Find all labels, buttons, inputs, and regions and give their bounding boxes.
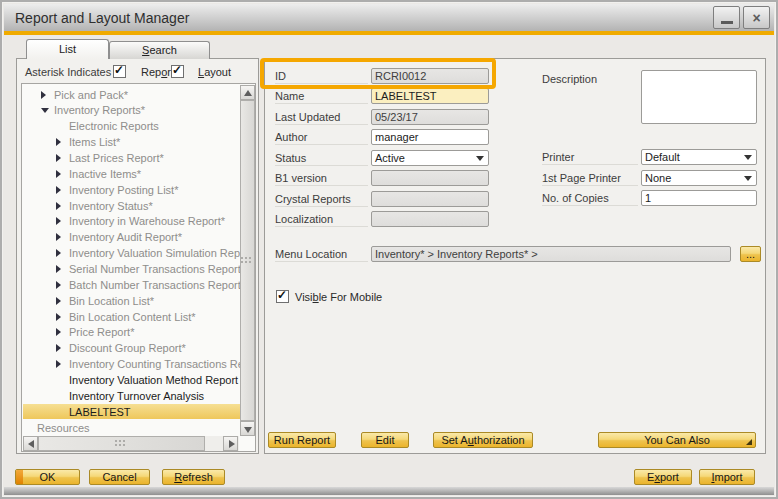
tree-item-selected[interactable]: LABELTEST	[23, 404, 240, 419]
status-field[interactable]: Active	[371, 150, 489, 166]
tree-item[interactable]: Inventory Valuation Method Report	[23, 372, 240, 387]
tree-item-label: Electronic Reports	[69, 120, 159, 132]
tree-item[interactable]: Inactive Items*	[23, 166, 240, 181]
tree-item[interactable]: Price Report*	[23, 325, 240, 340]
expanded-arrow-icon[interactable]	[41, 108, 54, 113]
tree-item-label: Inventory Valuation Simulation Report*	[69, 247, 240, 259]
arrow-down-icon	[244, 427, 252, 433]
name-value: LABELTEST	[375, 90, 437, 102]
name-label: Name	[275, 89, 368, 104]
tree-item[interactable]: Discount Group Report*	[23, 341, 240, 356]
layout-checkbox[interactable]: ✓	[171, 65, 184, 78]
printer-field[interactable]: Default	[641, 149, 757, 165]
tree-item[interactable]: Inventory in Warehouse Report*	[23, 214, 240, 229]
grip-dots	[119, 440, 121, 442]
tree-item-label: Inventory Turnover Analysis	[69, 390, 204, 402]
1st-page-printer-field[interactable]: None	[641, 170, 757, 186]
tree-item-label: Inventory Counting Transactions Report*	[69, 358, 240, 370]
tree-item[interactable]: Electronic Reports	[23, 119, 240, 134]
tab-list[interactable]: List	[26, 39, 109, 59]
close-button[interactable]: ×	[743, 6, 770, 29]
menu-location-browse-button[interactable]: ...	[740, 246, 761, 262]
tree-item-label: Inventory Valuation Method Report	[69, 374, 238, 386]
edit-button[interactable]: Edit	[361, 432, 409, 448]
tree-item[interactable]: Last Prices Report*	[23, 150, 240, 165]
report-checkbox[interactable]: ✓	[113, 65, 126, 78]
scroll-up-button[interactable]	[240, 85, 255, 100]
set-authorization-button[interactable]: Set Authorization	[433, 432, 533, 448]
minimize-button[interactable]	[713, 6, 740, 29]
name-field[interactable]: LABELTEST	[371, 88, 489, 104]
visible-for-mobile-label: Visible For Mobile	[295, 291, 382, 303]
collapsed-arrow-icon[interactable]	[56, 202, 69, 210]
vertical-scrollbar-thumb[interactable]	[240, 100, 255, 421]
collapsed-arrow-icon[interactable]	[56, 281, 69, 289]
tree-item[interactable]: Inventory Posting List*	[23, 182, 240, 197]
asterisk-indicates-label: Asterisk Indicates	[25, 66, 111, 78]
tree-item[interactable]: Inventory Status*	[23, 198, 240, 213]
checkmark-icon: ✓	[172, 63, 182, 77]
import-button[interactable]: Import	[699, 469, 755, 485]
scroll-down-button[interactable]	[240, 421, 255, 436]
b1-version-field	[371, 170, 489, 186]
arrow-right-icon	[229, 440, 235, 448]
description-input[interactable]	[641, 70, 757, 124]
tree-item[interactable]: Inventory Valuation Simulation Report*	[23, 246, 240, 261]
collapsed-arrow-icon[interactable]	[56, 297, 69, 305]
tree-item-label: Resources	[37, 422, 90, 434]
collapsed-arrow-icon[interactable]	[56, 313, 69, 321]
accent-stripe	[4, 31, 774, 35]
tree-item-label: Last Prices Report*	[69, 152, 164, 164]
tree-item-label: Inventory Posting List*	[69, 184, 178, 196]
tree-item-label: Inventory in Warehouse Report*	[69, 215, 225, 227]
scroll-right-button[interactable]	[223, 436, 238, 451]
tree-item-label: Inventory Status*	[69, 200, 153, 212]
collapsed-arrow-icon[interactable]	[56, 328, 69, 336]
tree-item[interactable]: Resources	[23, 420, 240, 435]
tree-item-label: Serial Number Transactions Report*	[69, 263, 240, 275]
last-updated-field: 05/23/17	[371, 109, 489, 125]
horizontal-scrollbar-thumb[interactable]	[38, 436, 205, 451]
tree-item[interactable]: Bin Location List*	[23, 293, 240, 308]
menu-location-value: Inventory* > Inventory Reports* >	[375, 248, 538, 260]
tree-item[interactable]: Inventory Turnover Analysis	[23, 388, 240, 403]
tree-item[interactable]: Batch Number Transactions Report*	[23, 277, 240, 292]
collapsed-arrow-icon[interactable]	[56, 344, 69, 352]
run-report-button[interactable]: Run Report	[268, 432, 336, 448]
scroll-left-button[interactable]	[23, 436, 38, 451]
tree-item[interactable]: Items List*	[23, 135, 240, 150]
export-button[interactable]: Export	[634, 469, 692, 485]
visible-for-mobile-checkbox[interactable]: ✓	[276, 290, 289, 303]
collapsed-arrow-icon[interactable]	[56, 360, 69, 368]
grip-dots	[245, 257, 247, 259]
collapsed-arrow-icon[interactable]	[56, 170, 69, 178]
tree-item[interactable]: Serial Number Transactions Report*	[23, 261, 240, 276]
collapsed-arrow-icon[interactable]	[56, 154, 69, 162]
id-label: ID	[275, 69, 368, 84]
tree-item[interactable]: Pick and Pack*	[23, 87, 240, 102]
tab-search[interactable]: Search	[109, 41, 210, 59]
refresh-button[interactable]: Refresh	[162, 469, 225, 485]
cancel-button[interactable]: Cancel	[89, 469, 150, 485]
author-field[interactable]: manager	[371, 129, 489, 145]
ok-button[interactable]: OK	[15, 469, 80, 485]
collapsed-arrow-icon[interactable]	[56, 217, 69, 225]
id-value: RCRI0012	[375, 70, 426, 82]
tree-item[interactable]: Bin Location Content List*	[23, 309, 240, 324]
no-of-copies-field[interactable]: 1	[641, 190, 757, 206]
you-can-also-button[interactable]: You Can Also	[598, 432, 756, 448]
collapsed-arrow-icon[interactable]	[56, 186, 69, 194]
tree-item-label: Price Report*	[69, 326, 134, 338]
collapsed-arrow-icon[interactable]	[56, 249, 69, 257]
collapsed-arrow-icon[interactable]	[41, 91, 54, 99]
collapsed-arrow-icon[interactable]	[56, 138, 69, 146]
tree-item-label: Items List*	[69, 136, 120, 148]
collapsed-arrow-icon[interactable]	[56, 265, 69, 273]
tree-item[interactable]: Inventory Audit Report*	[23, 230, 240, 245]
title-bar[interactable]: Report and Layout Manager	[4, 4, 774, 31]
crystal-reports-label: Crystal Reports	[275, 192, 368, 207]
tree-item-label: Inventory Reports*	[54, 104, 145, 116]
tree-item[interactable]: Inventory Reports*	[23, 103, 240, 118]
collapsed-arrow-icon[interactable]	[56, 233, 69, 241]
tree-item[interactable]: Inventory Counting Transactions Report*	[23, 357, 240, 372]
